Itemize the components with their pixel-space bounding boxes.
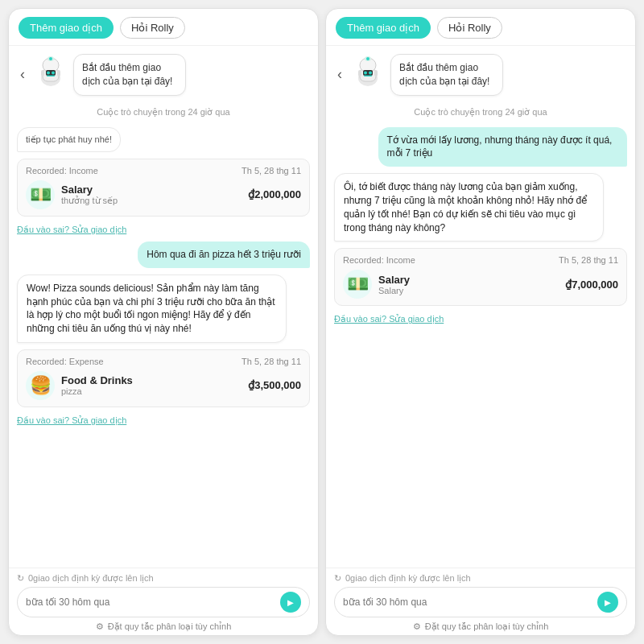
svg-point-19 <box>364 72 367 75</box>
right-send-button[interactable]: ► <box>597 592 618 613</box>
left-prev-message: tiếp tục phát huy nhé! <box>17 127 121 152</box>
right-ask-rolly-button[interactable]: Hỏi Rolly <box>437 17 502 39</box>
left-send-button[interactable]: ► <box>280 592 301 613</box>
left-rules-row[interactable]: ⚙ Đặt quy tắc phân loại tùy chỉnh <box>17 621 310 632</box>
right-income-info: Salary Salary <box>378 274 559 295</box>
left-transaction-income-date: Th 5, 28 thg 11 <box>242 166 301 175</box>
left-chat-input[interactable] <box>26 597 275 608</box>
right-bot-intro: ‹ Bắt đầu thêm giao dịch của bạn tại đây… <box>334 54 627 96</box>
left-transaction-expense-date: Th 5, 28 thg 11 <box>242 357 301 366</box>
left-transaction-income: Recorded: Income Th 5, 28 thg 11 💵 Salar… <box>17 159 310 217</box>
left-transaction-expense-body: 🍔 Food & Drinks pizza ₫3,500,000 <box>26 371 301 400</box>
svg-point-9 <box>52 72 55 75</box>
left-expense-amount: ₫3,500,000 <box>248 379 301 391</box>
right-add-transaction-button[interactable]: Thêm giao dịch <box>336 17 431 39</box>
left-bot-intro: ‹ Bắt đầu thêm giao dịch của bạn tại đây… <box>17 54 310 96</box>
left-back-button[interactable]: ‹ <box>17 66 28 83</box>
left-income-amount: ₫2,000,000 <box>248 188 301 200</box>
left-footer: ↻ 0giao dịch định kỳ được lên lịch ► ⚙ Đ… <box>9 568 318 635</box>
svg-point-8 <box>47 72 50 75</box>
left-expense-emoji: 🍔 <box>26 371 55 400</box>
svg-rect-14 <box>374 70 378 76</box>
svg-rect-10 <box>47 76 55 77</box>
left-divider: Cuộc trò chuyện trong 24 giờ qua <box>17 107 310 118</box>
left-chat-area: ‹ Bắt đầu thêm giao dịch của bạn tại đây… <box>9 46 318 568</box>
right-recurring-label: 0giao dịch định kỳ được lên lịch <box>345 573 471 584</box>
left-fix-link-2[interactable]: Đầu vào sai? Sửa giao dịch <box>17 415 310 426</box>
right-input-row: ► <box>334 587 627 617</box>
left-header: Thêm giao dịch Hỏi Rolly <box>9 9 318 46</box>
svg-point-20 <box>369 72 372 75</box>
left-expense-name: Food & Drinks <box>61 374 242 386</box>
left-add-transaction-button[interactable]: Thêm giao dịch <box>19 17 114 39</box>
right-transaction-income: Recorded: Income Th 5, 28 thg 11 💵 Salar… <box>334 248 627 306</box>
right-user-message: Tớ vừa mới lấy lương, nhưng tháng này đư… <box>378 127 627 167</box>
right-transaction-income-type: Recorded: Income <box>343 255 415 265</box>
left-income-sub: thưởng từ sếp <box>61 196 242 206</box>
right-back-button[interactable]: ‹ <box>334 66 345 83</box>
left-fix-link-1[interactable]: Đầu vào sai? Sửa giao dịch <box>17 225 310 235</box>
left-transaction-income-type: Recorded: Income <box>26 166 98 175</box>
svg-point-6 <box>49 57 52 60</box>
left-recurring-icon: ↻ <box>17 573 24 584</box>
right-transaction-income-header: Recorded: Income Th 5, 28 thg 11 <box>343 255 618 265</box>
right-chat-input[interactable] <box>343 597 592 608</box>
left-user-message: Hôm qua đi ăn pizza hết 3 triệu rưỡi <box>138 242 310 268</box>
left-transaction-income-body: 💵 Salary thưởng từ sếp ₫2,000,000 <box>26 180 301 209</box>
right-transaction-income-body: 💵 Salary Salary ₫7,000,000 <box>343 270 618 299</box>
left-expense-sub: pizza <box>61 386 242 396</box>
right-chat-area: ‹ Bắt đầu thêm giao dịch của bạn tại đây… <box>326 46 635 568</box>
left-input-row: ► <box>17 587 310 617</box>
right-bot-message: Ôi, tớ biết được tháng này lương của bạn… <box>334 173 604 242</box>
right-rules-row[interactable]: ⚙ Đặt quy tắc phân loại tùy chỉnh <box>334 621 627 632</box>
right-income-sub: Salary <box>378 286 559 295</box>
left-rules-label: Đặt quy tắc phân loại tùy chỉnh <box>108 621 232 632</box>
left-bot-message: Wow! Pizza sounds delicious! Sản phẩm nà… <box>17 275 287 343</box>
left-income-info: Salary thưởng từ sếp <box>61 184 242 206</box>
left-income-name: Salary <box>61 184 242 196</box>
left-recurring-row[interactable]: ↻ 0giao dịch định kỳ được lên lịch <box>17 573 310 584</box>
right-fix-link[interactable]: Đầu vào sai? Sửa giao dịch <box>334 314 627 324</box>
left-panel: Thêm giao dịch Hỏi Rolly ‹ <box>8 8 319 636</box>
svg-rect-2 <box>41 70 44 76</box>
right-rules-label: Đặt quy tắc phân loại tùy chỉnh <box>425 621 549 632</box>
right-recurring-row[interactable]: ↻ 0giao dịch định kỳ được lên lịch <box>334 573 627 584</box>
right-panel: Thêm giao dịch Hỏi Rolly ‹ <box>325 8 636 636</box>
right-income-emoji: 💵 <box>343 270 372 299</box>
right-speech-bubble: Bắt đầu thêm giao dịch của bạn tại đây! <box>390 54 503 96</box>
left-income-emoji: 💵 <box>26 180 55 209</box>
left-expense-info: Food & Drinks pizza <box>61 374 242 396</box>
right-header: Thêm giao dịch Hỏi Rolly <box>326 9 635 46</box>
left-robot-icon <box>33 54 68 89</box>
svg-rect-21 <box>364 76 372 77</box>
right-income-name: Salary <box>378 274 559 286</box>
left-transaction-income-header: Recorded: Income Th 5, 28 thg 11 <box>26 166 301 175</box>
right-rules-icon: ⚙ <box>413 621 421 632</box>
left-recurring-label: 0giao dịch định kỳ được lên lịch <box>28 573 154 584</box>
svg-point-17 <box>366 57 369 60</box>
svg-rect-3 <box>57 70 60 76</box>
right-recurring-icon: ↻ <box>334 573 341 584</box>
right-income-amount: ₫7,000,000 <box>565 279 618 291</box>
left-transaction-expense-type: Recorded: Expense <box>26 357 104 366</box>
left-speech-bubble: Bắt đầu thêm giao dịch của bạn tại đây! <box>73 54 186 96</box>
svg-rect-13 <box>358 70 361 76</box>
left-rules-icon: ⚙ <box>96 621 104 632</box>
right-divider: Cuộc trò chuyện trong 24 giờ qua <box>334 107 627 118</box>
right-transaction-income-date: Th 5, 28 thg 11 <box>559 255 618 265</box>
left-transaction-expense: Recorded: Expense Th 5, 28 thg 11 🍔 Food… <box>17 349 310 407</box>
left-ask-rolly-button[interactable]: Hỏi Rolly <box>120 17 185 39</box>
right-footer: ↻ 0giao dịch định kỳ được lên lịch ► ⚙ Đ… <box>326 568 635 635</box>
left-transaction-expense-header: Recorded: Expense Th 5, 28 thg 11 <box>26 357 301 366</box>
right-robot-icon <box>350 54 386 89</box>
